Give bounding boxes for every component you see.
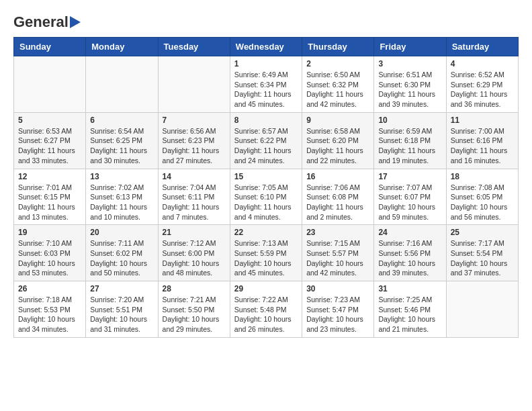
- day-info: Sunrise: 7:15 AM Sunset: 5:57 PM Dayligh…: [306, 238, 369, 278]
- day-info: Sunrise: 7:04 AM Sunset: 6:11 PM Dayligh…: [163, 183, 226, 222]
- day-number: 27: [90, 284, 153, 293]
- calendar-week-row: 5Sunrise: 6:53 AM Sunset: 6:27 PM Daylig…: [14, 112, 519, 169]
- calendar-cell: 9Sunrise: 6:58 AM Sunset: 6:20 PM Daylig…: [302, 112, 374, 169]
- day-info: Sunrise: 7:22 AM Sunset: 5:48 PM Dayligh…: [234, 295, 298, 334]
- calendar-cell: 10Sunrise: 6:59 AM Sunset: 6:18 PM Dayli…: [374, 112, 446, 169]
- day-number: 8: [234, 116, 298, 125]
- calendar-cell: 16Sunrise: 7:06 AM Sunset: 6:08 PM Dayli…: [302, 169, 374, 225]
- day-number: 15: [234, 172, 298, 181]
- calendar-cell: 6Sunrise: 6:54 AM Sunset: 6:25 PM Daylig…: [86, 112, 158, 169]
- calendar-cell: 21Sunrise: 7:12 AM Sunset: 6:00 PM Dayli…: [158, 225, 230, 281]
- day-info: Sunrise: 6:50 AM Sunset: 6:32 PM Dayligh…: [306, 70, 369, 109]
- day-info: Sunrise: 6:58 AM Sunset: 6:20 PM Dayligh…: [306, 126, 369, 166]
- day-number: 19: [18, 228, 81, 237]
- calendar-cell: 17Sunrise: 7:07 AM Sunset: 6:07 PM Dayli…: [374, 169, 446, 225]
- calendar-cell: 31Sunrise: 7:25 AM Sunset: 5:46 PM Dayli…: [374, 281, 446, 338]
- day-info: Sunrise: 7:11 AM Sunset: 6:02 PM Dayligh…: [90, 238, 153, 278]
- day-number: 1: [234, 59, 298, 68]
- day-info: Sunrise: 7:17 AM Sunset: 5:54 PM Dayligh…: [451, 238, 514, 278]
- day-number: 17: [378, 172, 441, 181]
- day-info: Sunrise: 6:56 AM Sunset: 6:23 PM Dayligh…: [163, 126, 226, 166]
- day-info: Sunrise: 7:25 AM Sunset: 5:46 PM Dayligh…: [378, 295, 441, 334]
- calendar-cell: [86, 56, 158, 113]
- day-info: Sunrise: 7:02 AM Sunset: 6:13 PM Dayligh…: [90, 183, 153, 222]
- calendar-cell: 5Sunrise: 6:53 AM Sunset: 6:27 PM Daylig…: [14, 112, 86, 169]
- calendar-cell: 1Sunrise: 6:49 AM Sunset: 6:34 PM Daylig…: [230, 56, 302, 113]
- day-info: Sunrise: 7:00 AM Sunset: 6:16 PM Dayligh…: [451, 126, 514, 166]
- day-info: Sunrise: 7:08 AM Sunset: 6:05 PM Dayligh…: [451, 183, 514, 222]
- calendar-cell: 26Sunrise: 7:18 AM Sunset: 5:53 PM Dayli…: [14, 281, 86, 338]
- calendar-cell: 3Sunrise: 6:51 AM Sunset: 6:30 PM Daylig…: [374, 56, 446, 113]
- day-number: 3: [378, 59, 441, 68]
- calendar-cell: 4Sunrise: 6:52 AM Sunset: 6:29 PM Daylig…: [446, 56, 518, 113]
- day-info: Sunrise: 7:06 AM Sunset: 6:08 PM Dayligh…: [306, 183, 369, 222]
- day-info: Sunrise: 7:01 AM Sunset: 6:15 PM Dayligh…: [18, 183, 81, 222]
- calendar-cell: 22Sunrise: 7:13 AM Sunset: 5:59 PM Dayli…: [230, 225, 302, 281]
- day-number: 26: [18, 284, 81, 293]
- day-number: 28: [163, 284, 226, 293]
- day-number: 24: [378, 228, 441, 237]
- calendar-cell: 7Sunrise: 6:56 AM Sunset: 6:23 PM Daylig…: [158, 112, 230, 169]
- calendar-cell: 30Sunrise: 7:23 AM Sunset: 5:47 PM Dayli…: [302, 281, 374, 338]
- calendar-header-row: SundayMondayTuesdayWednesdayThursdayFrid…: [14, 38, 519, 56]
- page-header: General: [13, 13, 519, 30]
- day-info: Sunrise: 6:53 AM Sunset: 6:27 PM Dayligh…: [18, 126, 81, 166]
- day-header-sunday: Sunday: [14, 38, 86, 56]
- calendar-cell: 18Sunrise: 7:08 AM Sunset: 6:05 PM Dayli…: [446, 169, 518, 225]
- day-number: 30: [306, 284, 369, 293]
- day-info: Sunrise: 7:23 AM Sunset: 5:47 PM Dayligh…: [306, 295, 369, 334]
- day-info: Sunrise: 6:49 AM Sunset: 6:34 PM Dayligh…: [234, 70, 298, 109]
- day-info: Sunrise: 6:51 AM Sunset: 6:30 PM Dayligh…: [378, 70, 441, 109]
- day-info: Sunrise: 7:21 AM Sunset: 5:50 PM Dayligh…: [163, 295, 226, 334]
- calendar-cell: 19Sunrise: 7:10 AM Sunset: 6:03 PM Dayli…: [14, 225, 86, 281]
- calendar-cell: 27Sunrise: 7:20 AM Sunset: 5:51 PM Dayli…: [86, 281, 158, 338]
- day-header-wednesday: Wednesday: [230, 38, 302, 56]
- logo-arrow-icon: [70, 16, 81, 28]
- day-number: 22: [234, 228, 298, 237]
- day-header-friday: Friday: [374, 38, 446, 56]
- day-info: Sunrise: 7:13 AM Sunset: 5:59 PM Dayligh…: [234, 238, 298, 278]
- calendar-table: SundayMondayTuesdayWednesdayThursdayFrid…: [13, 37, 519, 338]
- calendar-week-row: 1Sunrise: 6:49 AM Sunset: 6:34 PM Daylig…: [14, 56, 519, 113]
- day-info: Sunrise: 6:54 AM Sunset: 6:25 PM Dayligh…: [90, 126, 153, 166]
- day-number: 7: [163, 116, 226, 125]
- day-number: 14: [163, 172, 226, 181]
- day-number: 4: [451, 59, 514, 68]
- day-number: 5: [18, 116, 81, 125]
- day-info: Sunrise: 7:05 AM Sunset: 6:10 PM Dayligh…: [234, 183, 298, 222]
- calendar-cell: 13Sunrise: 7:02 AM Sunset: 6:13 PM Dayli…: [86, 169, 158, 225]
- calendar-cell: 15Sunrise: 7:05 AM Sunset: 6:10 PM Dayli…: [230, 169, 302, 225]
- day-info: Sunrise: 7:18 AM Sunset: 5:53 PM Dayligh…: [18, 295, 81, 334]
- day-number: 13: [90, 172, 153, 181]
- day-number: 2: [306, 59, 369, 68]
- day-number: 21: [163, 228, 226, 237]
- day-number: 16: [306, 172, 369, 181]
- day-number: 31: [378, 284, 441, 293]
- day-number: 6: [90, 116, 153, 125]
- calendar-cell: 23Sunrise: 7:15 AM Sunset: 5:57 PM Dayli…: [302, 225, 374, 281]
- calendar-cell: 12Sunrise: 7:01 AM Sunset: 6:15 PM Dayli…: [14, 169, 86, 225]
- calendar-week-row: 19Sunrise: 7:10 AM Sunset: 6:03 PM Dayli…: [14, 225, 519, 281]
- calendar-cell: 28Sunrise: 7:21 AM Sunset: 5:50 PM Dayli…: [158, 281, 230, 338]
- day-info: Sunrise: 6:52 AM Sunset: 6:29 PM Dayligh…: [451, 70, 514, 109]
- day-info: Sunrise: 7:12 AM Sunset: 6:00 PM Dayligh…: [163, 238, 226, 278]
- day-number: 25: [451, 228, 514, 237]
- logo: General: [13, 13, 81, 30]
- calendar-cell: 14Sunrise: 7:04 AM Sunset: 6:11 PM Dayli…: [158, 169, 230, 225]
- calendar-cell: 24Sunrise: 7:16 AM Sunset: 5:56 PM Dayli…: [374, 225, 446, 281]
- day-number: 9: [306, 116, 369, 125]
- calendar-cell: 11Sunrise: 7:00 AM Sunset: 6:16 PM Dayli…: [446, 112, 518, 169]
- calendar-cell: [14, 56, 86, 113]
- day-number: 18: [451, 172, 514, 181]
- day-number: 10: [378, 116, 441, 125]
- calendar-cell: 20Sunrise: 7:11 AM Sunset: 6:02 PM Dayli…: [86, 225, 158, 281]
- day-info: Sunrise: 6:57 AM Sunset: 6:22 PM Dayligh…: [234, 126, 298, 166]
- calendar-cell: [158, 56, 230, 113]
- day-info: Sunrise: 7:20 AM Sunset: 5:51 PM Dayligh…: [90, 295, 153, 334]
- day-number: 12: [18, 172, 81, 181]
- calendar-cell: 29Sunrise: 7:22 AM Sunset: 5:48 PM Dayli…: [230, 281, 302, 338]
- calendar-cell: 25Sunrise: 7:17 AM Sunset: 5:54 PM Dayli…: [446, 225, 518, 281]
- calendar-week-row: 26Sunrise: 7:18 AM Sunset: 5:53 PM Dayli…: [14, 281, 519, 338]
- day-header-saturday: Saturday: [446, 38, 518, 56]
- calendar-week-row: 12Sunrise: 7:01 AM Sunset: 6:15 PM Dayli…: [14, 169, 519, 225]
